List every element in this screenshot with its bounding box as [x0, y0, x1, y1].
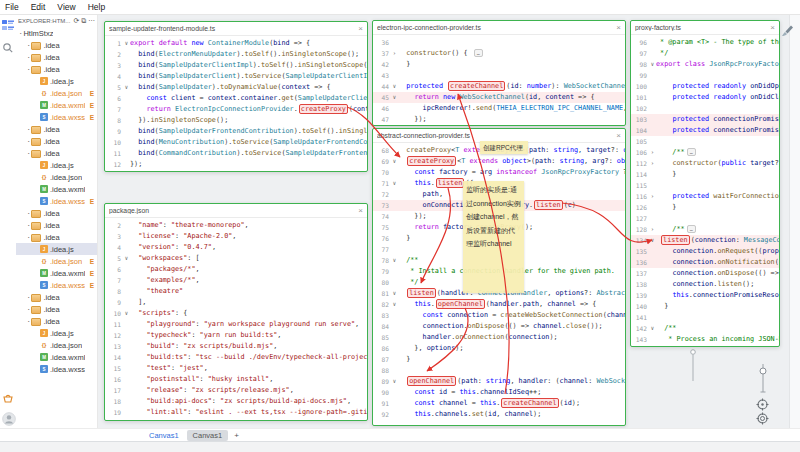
fold-icon[interactable]: ∨ — [391, 178, 398, 189]
tree-item[interactable]: •.idea — [16, 219, 97, 231]
panel-title-bar[interactable]: proxy-factory.ts× — [631, 21, 779, 35]
canvas-scroll-gutter[interactable] — [789, 14, 800, 428]
expand-icon[interactable]: • — [28, 211, 29, 216]
canvas-tab[interactable]: Canvas1 — [187, 430, 229, 441]
tree-item[interactable]: J.idea.js — [16, 243, 97, 255]
expand-icon[interactable]: • — [28, 127, 29, 132]
tree-item[interactable]: S.idea.wxss — [16, 363, 97, 375]
fold-icon[interactable]: ∨ — [391, 156, 398, 167]
fold-icon[interactable]: ∨ — [649, 235, 656, 246]
tree-item[interactable]: •.idea — [16, 51, 97, 63]
tree-item[interactable]: J.idea.js — [16, 75, 97, 87]
symbol-highlight[interactable]: createProxy — [407, 156, 456, 166]
brush-icon[interactable] — [781, 24, 794, 37]
avatar-icon[interactable] — [2, 412, 16, 426]
close-icon[interactable]: × — [770, 24, 775, 32]
expand-icon[interactable]: • — [28, 67, 29, 72]
tree-item[interactable]: S.idea.wxssE — [16, 279, 97, 291]
explorer-icon[interactable] — [2, 19, 14, 31]
fold-icon[interactable]: ∨ — [123, 308, 130, 319]
fold-icon[interactable]: › — [649, 224, 656, 235]
symbol-highlight[interactable]: openChannel — [407, 376, 456, 386]
tree-item[interactable]: J.idea.js — [16, 327, 97, 339]
tree-item[interactable]: •.idea — [16, 303, 97, 315]
fold-icon[interactable]: › — [649, 158, 656, 169]
menu-item-file[interactable]: File — [5, 2, 19, 12]
fold-icon[interactable]: › — [391, 48, 398, 59]
expand-icon[interactable]: • — [28, 307, 29, 312]
add-canvas-button[interactable]: + — [230, 431, 243, 440]
expand-icon[interactable]: • — [28, 55, 29, 60]
expand-icon[interactable]: • — [28, 319, 29, 324]
symbol-highlight[interactable]: createChannel — [501, 398, 558, 408]
fold-icon[interactable]: ∨ — [391, 81, 398, 92]
menu-item-help[interactable]: Help — [88, 2, 105, 12]
more-icon[interactable]: ··· — [88, 17, 95, 25]
symbol-highlight[interactable]: listen — [407, 288, 436, 298]
fold-icon[interactable]: ∨ — [649, 59, 656, 70]
tree-item[interactable]: •.idea — [16, 39, 97, 51]
panel-title-bar[interactable]: sample-updater-frontend-module.ts× — [105, 22, 367, 36]
tree-item[interactable]: •HtlmStxz — [16, 27, 97, 39]
symbol-highlight[interactable]: openChannel — [436, 299, 485, 309]
tree-item[interactable]: {}.idea.json — [16, 339, 97, 351]
sticky-note[interactable]: 创建RPC代理 — [480, 141, 528, 154]
fold-icon[interactable]: ∨ — [123, 38, 130, 49]
tree-item[interactable]: •.idea — [16, 63, 97, 75]
code-area[interactable]: 96 * @param <T> - The type of the object… — [631, 35, 779, 345]
fold-icon[interactable]: ∨ — [391, 299, 398, 310]
expand-icon[interactable]: • — [28, 139, 29, 144]
tree-item[interactable]: S.idea.wxssE — [16, 195, 97, 207]
tree-item[interactable]: •.idea — [16, 291, 97, 303]
symbol-highlight[interactable]: listen — [436, 178, 465, 188]
refresh-icon[interactable]: ⟳ — [73, 17, 79, 25]
panel-title-bar[interactable]: electron-ipc-connection-provider.ts× — [373, 21, 625, 35]
connector-handle[interactable] — [688, 348, 698, 382]
expand-icon[interactable]: • — [20, 31, 21, 36]
fold-icon[interactable]: ∨ — [391, 92, 398, 103]
menu-item-view[interactable]: View — [57, 2, 75, 12]
close-icon[interactable]: × — [358, 25, 363, 33]
fold-icon[interactable]: ∨ — [649, 323, 656, 334]
symbol-highlight[interactable]: createProxy — [299, 104, 348, 114]
tree-item[interactable]: {}.idea.json — [16, 171, 97, 183]
tree-item[interactable]: M.idea.wxml — [16, 351, 97, 363]
symbol-highlight[interactable]: listen — [661, 235, 690, 245]
tree-item[interactable]: •.idea — [16, 135, 97, 147]
menu-item-edit[interactable]: Edit — [31, 2, 46, 12]
code-area[interactable]: 2 "name": "theatre-monorepo",3 "license"… — [105, 218, 367, 418]
close-icon[interactable]: × — [616, 24, 621, 32]
close-icon[interactable]: × — [358, 207, 363, 215]
collapse-icon[interactable]: ⧉ — [81, 17, 86, 25]
fold-icon[interactable]: › — [649, 147, 656, 158]
tree-item[interactable]: M.idea.wxmlE — [16, 267, 97, 279]
zoom-slider[interactable] — [756, 362, 770, 396]
search-icon[interactable] — [2, 42, 14, 54]
fold-icon[interactable]: ∨ — [391, 255, 398, 266]
expand-icon[interactable]: • — [28, 235, 29, 240]
expand-icon[interactable]: • — [28, 151, 29, 156]
sticky-note[interactable]: 监听的实质是:通过connection实例创建channel，然后设置新建的代理… — [463, 181, 524, 293]
expand-icon[interactable]: • — [28, 43, 29, 48]
fold-icon[interactable]: ∨ — [123, 82, 130, 93]
tree-item[interactable]: •.idea — [16, 123, 97, 135]
tree-item[interactable]: S.idea.wxssE — [16, 111, 97, 123]
tree-item[interactable]: •.idea — [16, 207, 97, 219]
symbol-highlight[interactable]: createChannel — [448, 81, 505, 91]
panel-title-bar[interactable]: package.json× — [105, 204, 367, 218]
basket-icon[interactable] — [2, 392, 14, 404]
tree-item[interactable]: M.idea.wxml — [16, 183, 97, 195]
tree-item[interactable]: •.idea — [16, 147, 97, 159]
tree-item[interactable]: J.idea.js — [16, 159, 97, 171]
tree-item[interactable]: M.idea.wxmlE — [16, 99, 97, 111]
code-area[interactable]: 3637› constructor() { …42 }4344∨ protect… — [373, 35, 625, 125]
code-area[interactable]: 1∨export default new ContainerModule(bin… — [105, 36, 367, 170]
fold-icon[interactable]: › — [649, 191, 656, 202]
close-icon[interactable]: × — [616, 132, 621, 140]
fold-icon[interactable]: ∨ — [123, 253, 130, 264]
expand-icon[interactable]: • — [28, 223, 29, 228]
tree-item[interactable]: •.idea — [16, 315, 97, 327]
tree-item[interactable]: {}.idea.jsonE — [16, 87, 97, 99]
tree-item[interactable]: •.idea — [16, 231, 97, 243]
fold-icon[interactable]: ∨ — [391, 376, 398, 387]
